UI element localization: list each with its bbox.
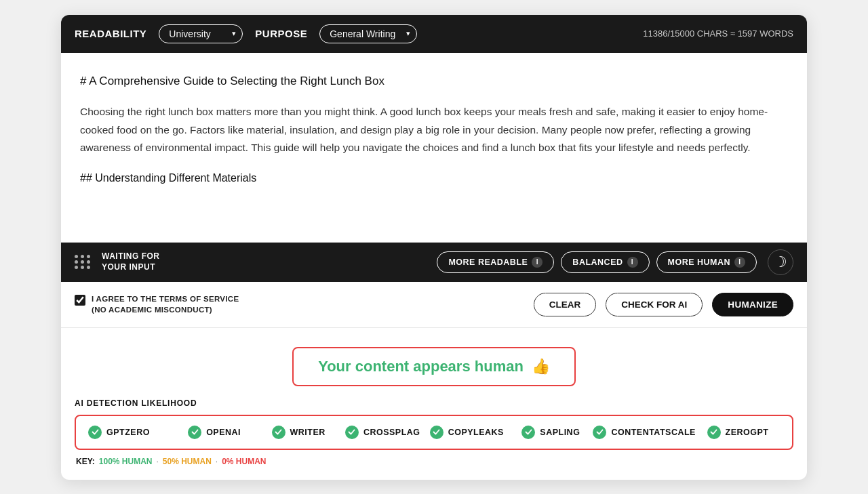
more-human-info-icon: i <box>734 257 745 268</box>
detection-name: ZEROGPT <box>726 428 769 437</box>
check-icon <box>430 426 443 439</box>
balanced-info-icon: i <box>627 257 638 268</box>
key-100-human: 100% HUMAN <box>99 457 153 466</box>
check-icon <box>521 426 535 439</box>
ai-detection-title: AI DETECTION LIKELIHOOD <box>75 398 793 408</box>
check-icon <box>707 426 721 439</box>
editor-heading2: ## Understanding Different Materials <box>80 169 788 187</box>
humanize-button[interactable]: HUMANIZE <box>712 293 793 316</box>
detection-name: CONTENTATSCALE <box>611 428 696 437</box>
check-for-ai-button[interactable]: CHECK FOR AI <box>606 293 703 316</box>
check-icon <box>345 426 359 439</box>
more-readable-button[interactable]: MORE READABLE i <box>437 251 554 273</box>
detection-name: OPENAI <box>206 428 241 437</box>
detection-item-zerogpt: ZEROGPT <box>696 426 780 439</box>
detection-name: CROSSPLAG <box>363 428 420 437</box>
detection-name: COPYLEAKS <box>448 428 504 437</box>
result-message: Your content appears human <box>318 358 524 375</box>
key-50-human: 50% HUMAN <box>163 457 212 466</box>
detection-item-sapling: SAPLING <box>509 426 593 439</box>
check-icon <box>272 426 285 439</box>
key-row: KEY: 100% HUMAN · 50% HUMAN · 0% HUMAN <box>75 457 793 466</box>
editor-paragraph1: Choosing the right lunch box matters mor… <box>80 103 788 157</box>
thumbs-up-icon: 👍 <box>532 358 550 375</box>
moon-icon: ☽ <box>774 253 787 271</box>
purpose-select-wrapper[interactable]: General Writing Essay Article Marketing … <box>319 24 417 43</box>
detection-item-copyleaks: COPYLEAKS <box>425 426 509 439</box>
editor-heading1: # A Comprehensive Guide to Selecting the… <box>80 72 788 91</box>
more-readable-info-icon: i <box>532 257 542 268</box>
detection-row: GPTZERO OPENAI WRITER CROSSPLAG <box>75 415 793 450</box>
readability-label: READABILITY <box>75 28 146 39</box>
result-banner-wrapper: Your content appears human 👍 <box>61 328 807 398</box>
ai-detection-section: AI DETECTION LIKELIHOOD GPTZERO OPENAI <box>61 398 807 480</box>
top-bar: READABILITY University High School Colle… <box>61 15 807 53</box>
char-count: 11386/15000 CHARS ≈ 1597 WORDS <box>643 28 793 39</box>
detection-item-crossplag: CROSSPLAG <box>340 426 425 439</box>
key-0-human: 0% HUMAN <box>222 457 266 466</box>
detection-item-openai: OPENAI <box>172 426 256 439</box>
terms-checkbox[interactable] <box>75 295 85 306</box>
key-separator2: · <box>216 457 218 466</box>
result-banner: Your content appears human 👍 <box>292 347 576 386</box>
key-separator1: · <box>156 457 158 466</box>
check-icon <box>593 426 606 439</box>
readability-select[interactable]: University High School College Professio… <box>159 24 243 43</box>
readability-select-wrapper[interactable]: University High School College Professio… <box>159 24 243 43</box>
terms-label: I AGREE TO THE TERMS OF SERVICE (NO ACAD… <box>92 293 239 315</box>
grid-dots-icon <box>75 255 91 269</box>
more-human-button[interactable]: MORE HUMAN i <box>656 251 757 273</box>
waiting-text: WAITING FOR YOUR INPUT <box>102 251 160 272</box>
detection-name: GPTZERO <box>106 428 150 437</box>
main-container: READABILITY University High School Colle… <box>61 15 807 480</box>
purpose-label: PURPOSE <box>255 28 307 39</box>
editor-area[interactable]: # A Comprehensive Guide to Selecting the… <box>61 53 807 243</box>
clear-button[interactable]: CLEAR <box>534 293 597 316</box>
detection-item-writer: WRITER <box>256 426 340 439</box>
detection-item-contentatscale: CONTENTATSCALE <box>593 426 696 439</box>
terms-checkbox-wrapper: I AGREE TO THE TERMS OF SERVICE (NO ACAD… <box>75 293 524 315</box>
bottom-toolbar: WAITING FOR YOUR INPUT MORE READABLE i B… <box>61 243 807 282</box>
check-icon <box>88 426 102 439</box>
check-icon <box>188 426 201 439</box>
dark-mode-button[interactable]: ☽ <box>768 249 793 275</box>
key-label: KEY: <box>76 457 95 466</box>
detection-name: SAPLING <box>540 428 580 437</box>
editor-container: # A Comprehensive Guide to Selecting the… <box>61 53 807 243</box>
detection-item-gptzero: GPTZERO <box>88 426 172 439</box>
purpose-select[interactable]: General Writing Essay Article Marketing … <box>319 24 417 43</box>
action-row: I AGREE TO THE TERMS OF SERVICE (NO ACAD… <box>61 282 807 328</box>
detection-name: WRITER <box>290 428 326 437</box>
balanced-button[interactable]: BALANCED i <box>561 251 649 273</box>
